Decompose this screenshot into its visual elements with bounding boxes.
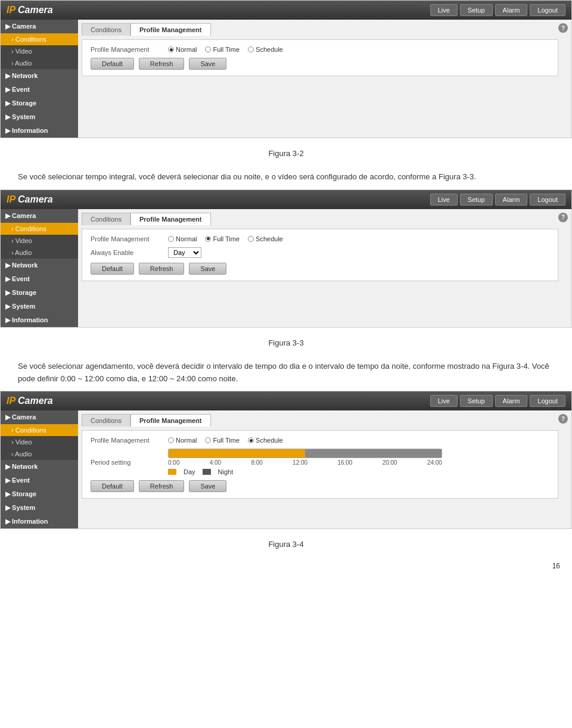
sidebar-group-info-2[interactable]: ▶ Information [1,313,78,327]
radio-schedule-3[interactable]: Schedule [248,437,283,444]
radio-group-2: Normal Full Time Schedule [168,235,283,242]
sidebar-item-video-2[interactable]: › Video [1,235,78,247]
sidebar-group-network-2[interactable]: ▶ Network [1,259,78,272]
sidebar-item-video-1[interactable]: › Video [1,45,78,57]
sidebar-3: ▶ Camera › Conditions › Video › Audio ▶ … [1,410,78,528]
nav-alarm-3[interactable]: Alarm [495,395,528,407]
radio-schedule-1[interactable]: Schedule [248,46,283,53]
sidebar-group-system-2[interactable]: ▶ System [1,300,78,313]
sidebar-group-event-2[interactable]: ▶ Event [1,272,78,286]
logo-prefix: IP [7,5,18,15]
sidebar-group-camera-3[interactable]: ▶ Camera [1,410,78,424]
btn-save-3[interactable]: Save [189,480,226,492]
nav-alarm-1[interactable]: Alarm [495,4,528,16]
nav-logout-1[interactable]: Logout [530,4,565,16]
btn-default-3[interactable]: Default [91,480,134,492]
sidebar-group-storage-2[interactable]: ▶ Storage [1,286,78,300]
sidebar-item-video-3[interactable]: › Video [1,436,78,448]
sidebar-group-storage-1[interactable]: ▶ Storage [1,97,78,110]
btn-refresh-3[interactable]: Refresh [139,480,185,492]
sidebar-group-event-3[interactable]: ▶ Event [1,474,78,487]
nav-setup-3[interactable]: Setup [460,395,493,407]
logo-2: IP Camera [7,194,53,205]
sidebar-item-audio-2[interactable]: › Audio [1,247,78,259]
tick-24: 24:00 [427,459,442,466]
nav-logout-2[interactable]: Logout [530,194,565,206]
nav-logout-3[interactable]: Logout [530,395,565,407]
help-icon-2[interactable]: ? [558,213,568,222]
label-period: Period setting [91,459,168,466]
help-icon-1[interactable]: ? [558,23,568,33]
nav-setup-1[interactable]: Setup [460,4,493,16]
sidebar-group-network-1[interactable]: ▶ Network [1,69,78,83]
camera-panel-3: IP Camera Live Setup Alarm Logout ▶ Came… [0,391,572,529]
tab-profile-mgmt-3[interactable]: Profile Management [130,414,211,427]
nav-setup-2[interactable]: Setup [460,194,493,206]
period-bar[interactable] [168,449,442,458]
period-legend: Day Night [168,468,442,475]
tick-4: 4:00 [210,459,221,466]
tab-bar-1: Conditions Profile Management [82,23,558,36]
sidebar-group-info-3[interactable]: ▶ Information [1,515,78,528]
legend-night-label: Night [218,468,234,475]
nav-live-1[interactable]: Live [430,4,458,16]
period-night-segment [305,449,442,458]
radio-circle-normal-2 [168,236,174,242]
panel1-header: IP Camera Live Setup Alarm Logout [1,1,571,20]
tab-profile-mgmt-1[interactable]: Profile Management [130,23,211,36]
sidebar-item-audio-1[interactable]: › Audio [1,57,78,69]
sidebar-item-audio-3[interactable]: › Audio [1,448,78,460]
sidebar-item-conditions-3[interactable]: › Conditions [1,424,78,436]
radio-fulltime-1[interactable]: Full Time [205,46,240,53]
select-always-enable[interactable]: Day Night [168,247,201,258]
form-row-profile-mgmt-1: Profile Management Normal Full Time [91,46,549,53]
radio-schedule-2[interactable]: Schedule [248,235,283,242]
camera-panel-1: IP Camera Live Setup Alarm Logout ▶ Came… [0,0,572,138]
tab-conditions-3[interactable]: Conditions [82,414,130,427]
tab-conditions-2[interactable]: Conditions [82,213,130,225]
sidebar-group-camera-1[interactable]: ▶ Camera [1,20,78,33]
sidebar-2: ▶ Camera › Conditions › Video › Audio ▶ … [1,209,78,327]
btn-row-3: Default Refresh Save [91,480,549,492]
radio-normal-3[interactable]: Normal [168,437,197,444]
radio-normal-1[interactable]: Normal [168,46,197,53]
label-profile-mgmt-1: Profile Management [91,46,168,53]
logo-suffix-3: Camera [18,396,53,406]
nav-live-3[interactable]: Live [430,395,458,407]
btn-refresh-1[interactable]: Refresh [139,58,185,70]
sidebar-group-system-3[interactable]: ▶ System [1,501,78,515]
nav-live-2[interactable]: Live [430,194,458,206]
form-row-profile-mgmt-3: Profile Management Normal Full Time [91,437,549,444]
sidebar-group-network-3[interactable]: ▶ Network [1,460,78,474]
sidebar-group-camera-2[interactable]: ▶ Camera [1,209,78,223]
sidebar-item-conditions-2[interactable]: › Conditions [1,223,78,235]
period-ticks: 0:00 4:00 8:00 12:00 16:00 20:00 24:00 [168,459,442,466]
nav-alarm-2[interactable]: Alarm [495,194,528,206]
sidebar-group-info-1[interactable]: ▶ Information [1,124,78,138]
tab-profile-mgmt-2[interactable]: Profile Management [130,213,211,225]
radio-normal-2[interactable]: Normal [168,235,197,242]
period-bar-wrapper: 0:00 4:00 8:00 12:00 16:00 20:00 24:00 [168,449,442,475]
sidebar-group-event-1[interactable]: ▶ Event [1,83,78,97]
main-content-3: Conditions Profile Management Profile Ma… [78,410,571,528]
help-icon-3[interactable]: ? [558,414,568,424]
sidebar-item-conditions-1[interactable]: › Conditions [1,33,78,45]
btn-default-2[interactable]: Default [91,263,134,275]
btn-save-1[interactable]: Save [189,58,226,70]
nav-3: Live Setup Alarm Logout [430,395,565,407]
sidebar-group-storage-3[interactable]: ▶ Storage [1,487,78,501]
tab-conditions-1[interactable]: Conditions [82,23,130,36]
sidebar-group-system-1[interactable]: ▶ System [1,110,78,124]
figure-caption-1: Figura 3-2 [0,149,572,158]
btn-refresh-2[interactable]: Refresh [139,263,185,275]
radio-fulltime-2[interactable]: Full Time [205,235,240,242]
radio-circle-fulltime-1 [205,46,211,52]
panel1-body: ▶ Camera › Conditions › Video › Audio ▶ … [1,20,571,138]
content-box-3: Profile Management Normal Full Time [82,430,558,499]
radio-fulltime-3[interactable]: Full Time [205,437,240,444]
logo-prefix-2: IP [7,194,18,204]
nav-1: Live Setup Alarm Logout [430,4,565,16]
tick-8: 8:00 [251,459,262,466]
btn-default-1[interactable]: Default [91,58,134,70]
btn-save-2[interactable]: Save [189,263,226,275]
